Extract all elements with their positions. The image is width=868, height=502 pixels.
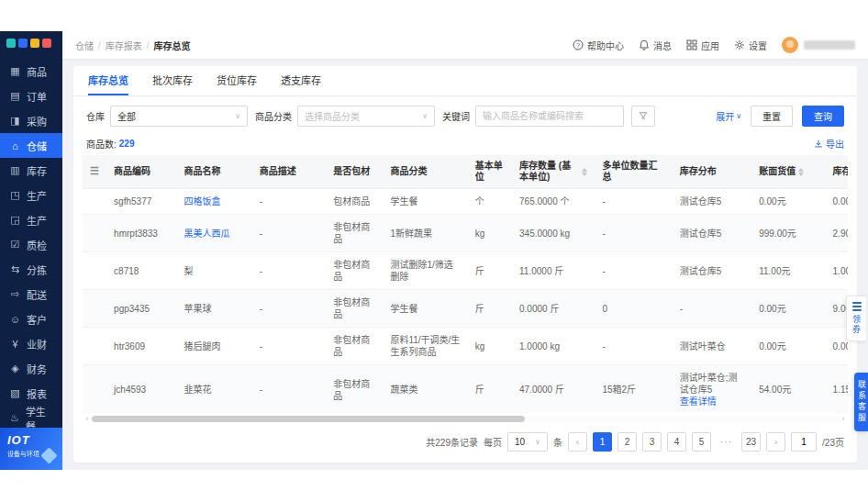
cell-stock-quantity-value: 11.0000 斤 — [519, 266, 563, 276]
coupon-widget[interactable]: 领券 — [846, 296, 866, 341]
page-jump-input[interactable] — [791, 432, 817, 452]
finance-icon: ◈ — [9, 363, 21, 374]
sidebar-item-student-meal[interactable]: ♨学生餐 — [0, 406, 62, 428]
table-row: sgfh5377四格饭盒-包材商品学生餐个765.0000 个-测试仓库50.0… — [83, 189, 848, 215]
cell-packaging-flag: 非包材商品 — [326, 215, 383, 252]
category-select[interactable]: 选择商品分类 ∨ — [297, 106, 435, 127]
cell-base-unit: 斤 — [468, 290, 512, 328]
cell-product-name-value[interactable]: 黑美人西瓜 — [184, 229, 229, 239]
breadcrumb-item[interactable]: 仓储 — [75, 39, 94, 52]
expand-toggle[interactable]: 展开 ∨ — [716, 109, 741, 123]
cell-packaging-flag: 包材商品 — [326, 189, 383, 215]
column-header[interactable]: 库存均价 — [826, 155, 848, 189]
column-header[interactable]: 库存数量 (基本单位) — [512, 155, 595, 189]
cell-description: - — [252, 252, 326, 290]
scroll-left-icon[interactable]: ‹ — [83, 415, 92, 423]
settings-button[interactable]: 设置 — [734, 39, 767, 52]
sidebar-item-delivery[interactable]: ⇨配送 — [0, 282, 62, 307]
cell-stock-distribution-value: 测试仓库5 — [680, 196, 722, 206]
sidebar-item-orders[interactable]: ▤订单 — [0, 84, 62, 108]
inventory-table: ☰商品编码商品名称商品描述是否包材商品分类基本单位库存数量 (基本单位)多单位数… — [83, 155, 848, 413]
sidebar-item-goods[interactable]: ▦商品 — [0, 59, 62, 84]
breadcrumb-item[interactable]: 库存报表 — [106, 39, 142, 52]
scroll-right-icon[interactable]: › — [839, 415, 848, 423]
next-page-button[interactable]: › — [766, 432, 785, 452]
cell-description: - — [252, 328, 326, 365]
message-button[interactable]: 消息 — [639, 39, 672, 52]
advanced-filter-button[interactable] — [631, 106, 655, 127]
cell-selector — [83, 189, 106, 215]
cell-product-name-value: 苹果球 — [184, 304, 211, 314]
cell-base-unit: 个 — [468, 189, 512, 215]
logo-block-3 — [42, 39, 51, 48]
cell-multi-unit-total-value: - — [602, 196, 605, 206]
sidebar-item-label: 质检 — [27, 238, 47, 252]
page-button-23[interactable]: 23 — [741, 432, 761, 452]
reset-button[interactable]: 重置 — [751, 106, 793, 127]
sidebar-item-sorting[interactable]: ⇆分拣 — [0, 257, 62, 282]
sidebar-item-label: 学生餐 — [26, 404, 53, 429]
sidebar-item-purchase[interactable]: ◨采购 — [0, 108, 62, 133]
apps-button[interactable]: 应用 — [686, 39, 719, 52]
column-header-label: 库存数量 (基本单位) — [519, 161, 579, 183]
sidebar-item-inventory[interactable]: ▥库存 — [0, 158, 62, 183]
tab-overview[interactable]: 库存总览 — [88, 66, 128, 95]
svg-text:?: ? — [576, 42, 580, 49]
cell-book-value-value: 999.00元 — [759, 229, 796, 239]
user-menu[interactable] — [782, 37, 855, 53]
sidebar-item-warehouse[interactable]: ⌂仓储 — [0, 133, 62, 158]
cell-product-code: sgfh5377 — [106, 189, 176, 215]
cell-selector — [83, 365, 106, 414]
funnel-icon — [639, 111, 648, 121]
scrollbar-thumb[interactable] — [92, 416, 525, 422]
sidebar-item-production-2[interactable]: ◲生产 — [0, 207, 62, 232]
page-button-4[interactable]: 4 — [667, 432, 686, 452]
cell-description: - — [252, 189, 326, 215]
cell-stock-distribution: 测试叶菜仓 — [673, 328, 751, 365]
user-avatar — [782, 37, 798, 53]
chevron-down-icon: ∨ — [736, 112, 741, 120]
per-page-select[interactable]: 10 ∨ — [507, 432, 548, 452]
cell-book-value: 0.00元 — [751, 290, 825, 328]
logo-block-2 — [30, 39, 39, 48]
sidebar-item-reports[interactable]: ▧报表 — [0, 381, 62, 406]
sort-icon[interactable] — [582, 168, 587, 176]
app-window: ▦商品▤订单◨采购⌂仓储▥库存◳生产◲生产☑质检⇆分拣⇨配送☺客户¥业财◈财务▧… — [0, 31, 868, 470]
page-button-3[interactable]: 3 — [642, 432, 662, 452]
tab-batch[interactable]: 批次库存 — [152, 66, 193, 95]
cell-stock-quantity: 765.0000 个 — [512, 189, 595, 215]
sort-icon[interactable] — [798, 168, 804, 176]
prev-page-button[interactable]: ‹ — [568, 432, 587, 452]
help-center-button[interactable]: ? 帮助中心 — [573, 39, 624, 52]
orders-icon: ▤ — [9, 90, 21, 102]
page-button-1[interactable]: 1 — [593, 432, 612, 452]
coupon-icon — [852, 302, 862, 311]
cell-product-code: hmrpt3833 — [106, 215, 176, 252]
production-icon: ◳ — [9, 189, 21, 201]
support-tab[interactable]: 联系客服 — [854, 373, 868, 431]
export-button[interactable]: 导出 — [814, 137, 844, 151]
cell-stock-quantity: 47.0000 斤 — [512, 365, 595, 414]
cell-base-unit: kg — [468, 328, 512, 365]
page-button-2[interactable]: 2 — [618, 432, 637, 452]
product-count-value: 229 — [119, 139, 135, 149]
sidebar-item-customer[interactable]: ☺客户 — [0, 307, 62, 331]
column-header[interactable]: 账面货值 — [751, 155, 825, 189]
sidebar-item-finance[interactable]: ◈财务 — [0, 356, 62, 381]
sidebar-item-biz-finance[interactable]: ¥业财 — [0, 331, 62, 356]
page-button-5[interactable]: 5 — [692, 432, 711, 452]
tab-overdraft[interactable]: 透支库存 — [281, 66, 321, 95]
cell-multi-unit-total: 0 — [595, 290, 672, 328]
cell-description: - — [252, 215, 326, 252]
scrollbar-track[interactable] — [92, 416, 839, 422]
cell-product-name-value[interactable]: 四格饭盒 — [184, 196, 220, 206]
warehouse-select[interactable]: 全部 ∨ — [110, 106, 248, 127]
cell-category: 学生餐 — [383, 290, 467, 328]
keyword-input[interactable] — [475, 106, 624, 127]
view-details-link[interactable]: 查看详情 — [680, 396, 744, 407]
column-settings-icon[interactable]: ☰ — [90, 165, 99, 176]
sidebar-item-quality[interactable]: ☑质检 — [0, 232, 62, 257]
tab-location[interactable]: 货位库存 — [217, 66, 257, 95]
sidebar-item-production[interactable]: ◳生产 — [0, 183, 62, 207]
query-button[interactable]: 查询 — [802, 106, 844, 127]
